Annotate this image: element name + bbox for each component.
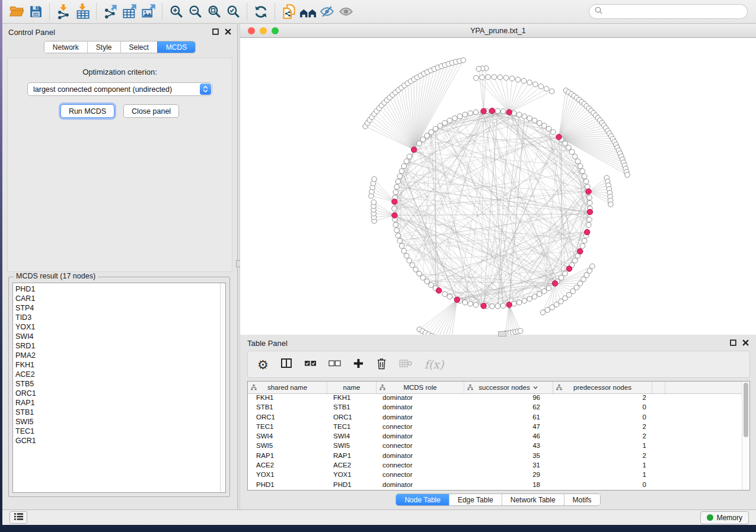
column-header-predecessor-nodes[interactable]: predecessor nodes	[553, 382, 652, 393]
mcds-result-item[interactable]: SWI5	[15, 417, 220, 427]
table-cell: FKH1	[248, 394, 327, 403]
tab-mcds[interactable]: MCDS	[157, 41, 195, 53]
tab-style[interactable]: Style	[87, 41, 120, 53]
search-box[interactable]	[589, 4, 748, 19]
float-panel-icon[interactable]	[212, 27, 219, 37]
zoom-in-button[interactable]	[167, 3, 186, 21]
mcds-result-item[interactable]: CAR1	[15, 294, 220, 303]
import-network-button[interactable]	[54, 3, 73, 21]
column-header-mcds-role[interactable]: MCDS role	[377, 382, 464, 393]
columns-icon	[280, 357, 292, 371]
export-table-icon	[122, 4, 138, 20]
column-header-name[interactable]: name	[327, 382, 377, 393]
show-all-button[interactable]	[336, 3, 355, 21]
select-all-columns-button[interactable]	[304, 359, 317, 370]
export-image-button[interactable]	[139, 3, 158, 21]
table-cell: 18	[464, 481, 553, 490]
hide-selected-button[interactable]	[317, 3, 336, 21]
zoom-fit-button[interactable]	[205, 3, 224, 21]
mcds-result-item[interactable]: STP4	[15, 303, 220, 313]
plus-icon	[353, 358, 364, 371]
table-cell: 46	[464, 432, 553, 442]
first-neighbors-button[interactable]	[298, 3, 317, 21]
table-cell: 0	[553, 403, 652, 413]
mcds-result-item[interactable]: RAP1	[15, 398, 220, 408]
table-cell: SWI4	[327, 432, 377, 442]
mcds-result-item[interactable]: YOX1	[15, 322, 220, 332]
close-panel-button[interactable]: Close panel	[123, 104, 179, 118]
network-canvas[interactable]	[240, 38, 756, 335]
open-session-button[interactable]	[7, 3, 26, 21]
table-row[interactable]: FKH1FKH1dominator962	[248, 394, 749, 403]
column-header-shared-name[interactable]: shared name	[248, 382, 327, 393]
table-cell: 2	[553, 452, 652, 462]
mcds-result-item[interactable]: STB5	[15, 379, 220, 389]
tab-network[interactable]: Network	[44, 41, 87, 53]
mcds-result-item[interactable]: GCR1	[15, 436, 220, 446]
unchecked-boxes-icon	[328, 359, 341, 370]
close-panel-icon[interactable]	[742, 338, 749, 348]
mcds-list-scrollbar[interactable]	[220, 283, 225, 492]
export-table-button[interactable]	[120, 3, 139, 21]
export-network-button[interactable]	[101, 3, 120, 21]
unselect-all-columns-button[interactable]	[328, 359, 341, 370]
control-panel-header: Control Panel	[2, 24, 237, 40]
clone-network-button[interactable]	[279, 3, 298, 21]
sort-descending-icon	[532, 384, 538, 391]
table-scrollbar[interactable]	[742, 382, 749, 490]
show-panels-button[interactable]	[9, 511, 27, 524]
zoom-out-button[interactable]	[186, 3, 205, 21]
memory-button[interactable]: Memory	[700, 511, 749, 524]
refresh-button[interactable]	[251, 3, 270, 21]
mcds-result-item[interactable]: TID3	[15, 313, 220, 322]
table-row[interactable]: ORC1ORC1dominator610	[248, 414, 749, 423]
zoom-selected-button[interactable]	[224, 3, 243, 21]
mcds-result-title: MCDS result (17 nodes)	[14, 272, 98, 280]
import-table-button[interactable]	[73, 3, 92, 21]
table-row[interactable]: STB1STB1dominator620	[248, 403, 749, 413]
tab-select[interactable]: Select	[120, 41, 157, 53]
column-header-successor-nodes[interactable]: successor nodes	[464, 382, 553, 393]
table-row[interactable]: SWI5SWI5connector431	[248, 442, 749, 451]
table-scrollbar-thumb[interactable]	[744, 383, 748, 437]
mcds-result-item[interactable]: ORC1	[15, 389, 220, 398]
table-row[interactable]: ACE2ACE2connector311	[248, 462, 749, 471]
float-panel-icon[interactable]	[730, 338, 736, 348]
tree-icon	[251, 384, 257, 392]
mcds-result-item[interactable]: SWI4	[15, 332, 220, 341]
table-cell: 2	[553, 394, 652, 403]
mcds-result-item[interactable]: PMA2	[15, 351, 220, 360]
run-mcds-button[interactable]: Run MCDS	[60, 104, 114, 118]
table-settings-button[interactable]: ⚙	[257, 358, 269, 371]
mcds-result-item[interactable]: STB1	[15, 408, 220, 417]
search-input[interactable]	[603, 8, 742, 16]
table-header: shared name name MCDS role successor nod…	[248, 382, 749, 394]
save-session-button[interactable]	[26, 3, 45, 21]
show-columns-button[interactable]	[280, 357, 292, 371]
mcds-result-item[interactable]: SRD1	[15, 341, 220, 351]
criterion-value: largest connected component (undirected)	[28, 85, 212, 94]
tab-network-table[interactable]: Network Table	[502, 494, 564, 505]
mcds-result-item[interactable]: PHD1	[15, 284, 220, 294]
node-table: shared name name MCDS role successor nod…	[247, 381, 750, 491]
table-row[interactable]: PHD1PHD1dominator180	[248, 481, 749, 490]
mcds-result-item[interactable]: FKH1	[15, 360, 220, 370]
create-column-button[interactable]	[353, 358, 364, 371]
table-row[interactable]: SWI4SWI4dominator462	[248, 432, 749, 442]
tab-edge-table[interactable]: Edge Table	[449, 494, 502, 505]
network-titlebar[interactable]: YPA_prune.txt_1	[240, 24, 756, 38]
table-row[interactable]: RAP1RAP1dominator352	[248, 452, 749, 462]
criterion-select[interactable]: largest connected component (undirected)	[27, 82, 212, 96]
mcds-result-item[interactable]: ACE2	[15, 370, 220, 379]
eye-slash-icon	[319, 4, 335, 19]
table-cell: 47	[464, 423, 553, 432]
tab-node-table[interactable]: Node Table	[396, 494, 449, 505]
table-row[interactable]: YOX1YOX1connector291	[248, 471, 749, 480]
table-cell: SWI5	[248, 442, 327, 451]
table-row[interactable]: TEC1TEC1connector472	[248, 423, 749, 432]
tab-motifs[interactable]: Motifs	[564, 494, 600, 505]
table-cell: STB1	[327, 403, 377, 413]
close-panel-icon[interactable]	[225, 27, 231, 37]
mcds-result-item[interactable]: TEC1	[15, 427, 220, 436]
delete-column-button[interactable]	[376, 357, 387, 372]
